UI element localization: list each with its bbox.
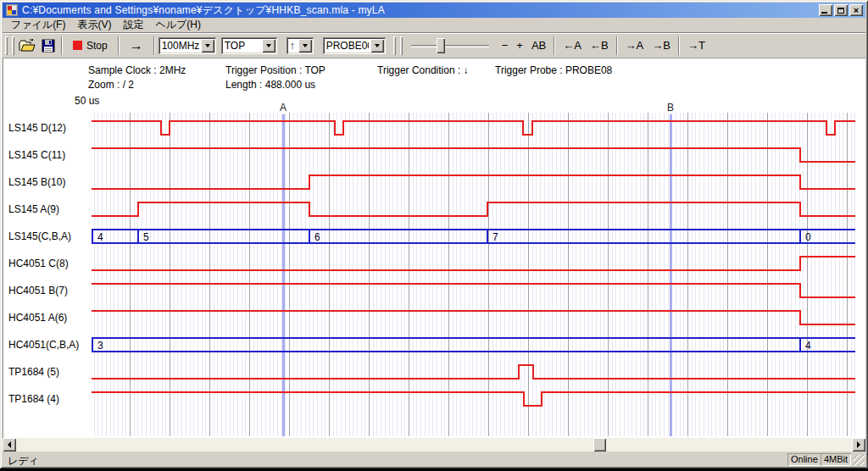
goto-trigger-button[interactable]: →T [683,37,709,53]
chevron-down-icon [205,44,210,50]
trigger-probe-info: Trigger Probe : PROBE08 [495,64,612,76]
save-file-button[interactable] [38,36,58,55]
goto-cursor-b-button[interactable]: ←B [586,37,613,53]
waveform-area[interactable]: 4567034 [92,113,855,436]
zoom-slider[interactable] [411,36,489,55]
scroll-left-button[interactable] [3,438,16,452]
scrollbar-thumb[interactable] [593,438,606,452]
trigger-probe-combo[interactable]: PROBE00 [323,37,386,54]
zoom-info: Zoom : / 2 [88,79,134,91]
combo-dropdown-button[interactable] [201,39,214,53]
channel-trace-4: 45670 [92,230,855,243]
trigger-position-info: Trigger Position : TOP [225,64,326,76]
toolbar-separator [118,36,120,55]
toolbar-grip[interactable] [400,36,403,55]
channel-label: HC4051 C(8) [8,257,69,270]
run-button[interactable]: → [123,36,150,55]
channel-trace-8: 34 [92,338,855,352]
channel-label: LS145 B(10) [8,175,65,189]
menu-view[interactable]: 表示(V) [71,17,117,34]
bus-value: 5 [143,231,149,243]
channel-trace-7 [92,311,855,324]
combo-dropdown-button[interactable] [262,39,275,53]
waveform-svg: 4567034 [92,113,855,436]
chevron-down-icon [375,44,380,50]
arrow-left-icon [4,441,11,448]
save-floppy-icon [42,39,55,53]
menu-help[interactable]: ヘルプ(H) [149,17,207,34]
channel-trace-5 [92,257,855,270]
scroll-right-button[interactable] [852,438,865,452]
channel-label: LS145 A(9) [8,202,59,216]
channel-label: LS145(C,B,A) [8,230,71,243]
menubar: ファイル(F) 表示(V) 設定 ヘルプ(H) [3,18,865,32]
menu-settings[interactable]: 設定 [117,17,149,34]
resize-grip-icon[interactable] [854,455,865,466]
trigger-edge-combo[interactable]: ↑ [287,37,314,54]
bus-value: 4 [97,231,103,243]
bus-value: 0 [805,231,811,243]
memory-size-panel: 4MBit [821,453,851,466]
combo-dropdown-button[interactable] [298,39,312,53]
channel-label: LS145 D(12) [8,121,66,135]
cursor-A-label: A [280,102,287,114]
trigger-condition-info: Trigger Condition : ↓ [377,64,469,76]
app-window: C:¥Documents and Settings¥noname¥デスクトップ¥… [0,0,868,468]
channel-trace-9 [92,365,855,379]
titlebar[interactable]: C:¥Documents and Settings¥noname¥デスクトップ¥… [3,3,865,18]
bus-value: 4 [805,340,811,352]
stop-button[interactable]: Stop [66,36,114,55]
goto-cursor-a-button[interactable]: ←A [559,37,586,53]
toolbar-separator [61,36,63,55]
toolbar-separator [678,36,680,55]
toolbar-separator [554,36,555,55]
toolbar-grip[interactable] [393,36,396,55]
channel-trace-6 [92,284,855,297]
stop-icon [73,41,82,50]
open-file-button[interactable] [16,36,38,55]
minimize-icon [821,12,827,14]
cursor-A-line [282,114,285,436]
channel-trace-1 [92,148,855,162]
channel-trace-2 [92,175,855,189]
chevron-down-icon [303,44,308,50]
zoom-slider-track [411,45,489,47]
maximize-button[interactable] [834,4,848,16]
close-icon: × [854,6,859,15]
length-info: Length : 488.000 us [225,79,315,91]
toolbar-grip[interactable] [5,36,8,55]
channel-label: HC4051 B(7) [8,284,68,297]
time-division-label: 50 us [75,95,99,107]
zoom-out-button[interactable]: − [498,37,513,53]
channel-label: LS145 C(11) [8,148,65,162]
trigger-position-combo[interactable]: TOP [221,37,277,54]
set-cursor-a-button[interactable]: →A [621,37,648,53]
maximize-icon [837,8,844,14]
open-folder-icon [19,39,36,53]
channel-label: TP1684 (4) [8,392,59,406]
bus-value: 7 [492,231,498,243]
minimize-button[interactable] [819,4,832,16]
arrow-right-icon [857,441,864,448]
chevron-down-icon [266,44,271,50]
close-button[interactable]: × [849,4,863,16]
toolbar-grip[interactable] [12,36,14,55]
online-status-panel: Online [787,453,821,466]
cursor-B-label: B [667,102,674,114]
menu-file[interactable]: ファイル(F) [5,17,71,34]
waveform-client: Sample Clock : 2MHz Trigger Position : T… [3,58,865,438]
combo-dropdown-button[interactable] [370,39,384,53]
ab-span-button[interactable]: AB [527,37,550,53]
channel-label: HC4051 A(6) [8,311,67,324]
set-cursor-b-button[interactable]: →B [648,37,675,53]
statusbar: レディ Online 4MBit [3,453,865,467]
zoom-in-button[interactable]: + [512,37,527,53]
bus-value: 6 [314,231,320,243]
channel-trace-3 [92,202,855,216]
toolbar-separator [153,36,155,55]
sample-clock-combo[interactable]: 100MHz [159,37,216,54]
zoom-slider-handle[interactable] [437,38,445,53]
horizontal-scrollbar[interactable] [3,438,865,452]
channel-trace-0 [92,121,855,135]
toolbar-separator [616,36,618,55]
